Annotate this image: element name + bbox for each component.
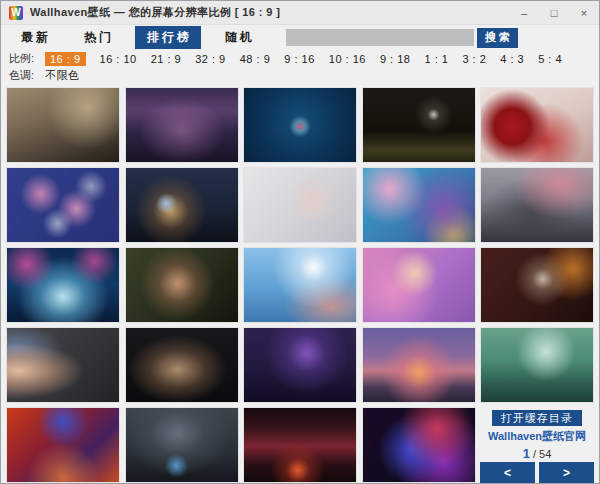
wallpaper-thumbnail-seraphine-selfie[interactable] [362, 247, 476, 323]
ratio-option-10-16[interactable]: 10 : 16 [329, 53, 366, 65]
wallpaper-thumbnail-dragon-skeleton-clouds[interactable] [480, 167, 594, 243]
wallpaper-thumbnail-purple-nebula[interactable] [362, 407, 476, 483]
close-icon[interactable]: × [569, 1, 599, 24]
ratio-label: 比例: [9, 51, 43, 66]
window-title: Wallhaven壁纸 — 您的屏幕分辨率比例 [ 16 : 9 ] [30, 5, 280, 20]
app-logo-icon: W [9, 6, 23, 20]
window-controls: – □ × [509, 1, 599, 24]
next-page-button[interactable]: > [539, 462, 594, 483]
wallpaper-thumbnail-rainy-green-street[interactable] [480, 327, 594, 403]
tone-filter-row: 色调: 不限色 [1, 67, 599, 84]
wallpaper-thumbnail-moonlit-village-night[interactable] [362, 87, 476, 163]
wallpaper-thumbnail-white-elf-portrait[interactable] [243, 167, 357, 243]
ratio-option-1-1[interactable]: 1 : 1 [424, 53, 448, 65]
wallpaper-thumbnail-hogwarts-castle[interactable] [125, 407, 239, 483]
minimize-icon[interactable]: – [509, 1, 539, 24]
ratio-option-32-9[interactable]: 32 : 9 [195, 53, 226, 65]
tab-random[interactable]: 随机 [213, 26, 264, 49]
control-panel: 打开缓存目录 Wallhaven壁纸官网 1 / 54 < > [480, 407, 594, 483]
ratio-option-16-10[interactable]: 16 : 10 [100, 53, 137, 65]
app-window: W Wallhaven壁纸 — 您的屏幕分辨率比例 [ 16 : 9 ] – □… [0, 0, 600, 484]
wallpaper-thumbnail-night-desk-setup[interactable] [125, 167, 239, 243]
ratio-filter-row: 比例: 16 : 916 : 1021 : 932 : 948 : 99 : 1… [1, 50, 599, 67]
wallpaper-thumbnail-pink-hair-photo-collage[interactable] [6, 167, 120, 243]
open-cache-directory-button[interactable]: 打开缓存目录 [492, 410, 582, 426]
wallpaper-thumbnail-time-over-neon[interactable] [6, 407, 120, 483]
tab-ranking[interactable]: 排行榜 [135, 26, 201, 49]
nav-bar: 最新热门排行榜随机 搜索 [1, 25, 599, 50]
ratio-option-5-4[interactable]: 5 : 4 [538, 53, 562, 65]
search-button[interactable]: 搜索 [477, 28, 518, 48]
ratio-option-21-9[interactable]: 21 : 9 [151, 53, 182, 65]
ratio-option-16-9[interactable]: 16 : 9 [45, 52, 86, 66]
current-page: 1 [523, 446, 530, 461]
wallpaper-thumbnail-jellyfish-aquarium-girl[interactable] [362, 167, 476, 243]
wallpaper-thumbnail-denim-shorts-legs[interactable] [6, 327, 120, 403]
ratio-option-4-3[interactable]: 4 : 3 [500, 53, 524, 65]
wallpaper-thumbnail-hand-reaching-sky[interactable] [243, 247, 357, 323]
tone-options: 不限色 [45, 68, 80, 83]
official-site-link[interactable]: Wallhaven壁纸官网 [488, 429, 586, 444]
ratio-option-3-2[interactable]: 3 : 2 [462, 53, 486, 65]
wallpaper-thumbnail-red-sunset-tent[interactable] [243, 407, 357, 483]
prev-page-button[interactable]: < [480, 462, 535, 483]
wallpaper-thumbnail-dark-fantasy-characters[interactable] [480, 247, 594, 323]
tab-latest[interactable]: 最新 [9, 26, 60, 49]
wallpaper-thumbnail-glossy-cube-blue[interactable] [243, 87, 357, 163]
search-input[interactable] [286, 29, 474, 46]
wallpaper-grid: 打开缓存目录 Wallhaven壁纸官网 1 / 54 < > [1, 84, 599, 484]
tab-list: 最新热门排行榜随机 [9, 26, 276, 49]
total-pages: 54 [539, 448, 551, 460]
wallpaper-thumbnail-tattoo-girl-dark[interactable] [125, 247, 239, 323]
tab-popular[interactable]: 热门 [72, 26, 123, 49]
ratio-option-9-18[interactable]: 9 : 18 [380, 53, 411, 65]
pager: < > [480, 462, 594, 483]
wallpaper-thumbnail-cockpit-anime-girl[interactable] [6, 87, 120, 163]
title-bar: W Wallhaven壁纸 — 您的屏幕分辨率比例 [ 16 : 9 ] – □… [1, 1, 599, 25]
wallpaper-thumbnail-star-trails-sunset-van[interactable] [362, 327, 476, 403]
tone-label: 色调: [9, 68, 43, 83]
ratio-option-9-16[interactable]: 9 : 16 [284, 53, 315, 65]
ratio-option-48-9[interactable]: 48 : 9 [240, 53, 271, 65]
maximize-icon[interactable]: □ [539, 1, 569, 24]
wallpaper-thumbnail-girls-in-doorway[interactable] [125, 327, 239, 403]
wallpaper-thumbnail-red-kimono-girl[interactable] [480, 87, 594, 163]
ratio-options: 16 : 916 : 1021 : 932 : 948 : 99 : 1610 … [45, 52, 562, 66]
wallpaper-thumbnail-blue-cave-waterfall[interactable] [6, 247, 120, 323]
page-indicator: 1 / 54 [523, 446, 552, 461]
tone-option-any-color[interactable]: 不限色 [45, 68, 80, 83]
page-separator: / [533, 448, 536, 460]
wallpaper-thumbnail-purple-city-skyline[interactable] [125, 87, 239, 163]
wallpaper-thumbnail-purple-night-landscape[interactable] [243, 327, 357, 403]
